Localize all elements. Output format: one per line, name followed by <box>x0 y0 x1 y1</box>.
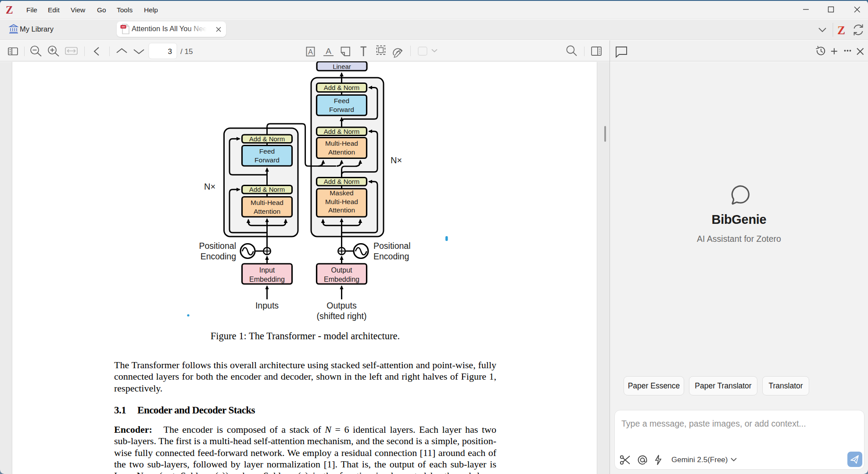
svg-text:Encoding: Encoding <box>373 251 409 261</box>
svg-text:Add & Norm: Add & Norm <box>249 135 285 143</box>
svg-text:Z: Z <box>837 24 845 37</box>
svg-text:Add & Norm: Add & Norm <box>324 84 360 91</box>
svg-text:Attention: Attention <box>254 208 280 215</box>
svg-text:N×: N× <box>204 182 215 191</box>
svg-text:Input: Input <box>259 266 275 274</box>
svg-text:(shifted right): (shifted right) <box>317 311 367 321</box>
svg-text:Forward: Forward <box>255 156 280 164</box>
svg-text:Inputs: Inputs <box>255 301 279 310</box>
svg-text:Add & Norm: Add & Norm <box>324 128 360 135</box>
svg-text:Multi-Head: Multi-Head <box>325 140 358 147</box>
svg-text:Embedding: Embedding <box>324 276 359 283</box>
svg-text:Positional: Positional <box>373 241 411 251</box>
svg-text:Attention: Attention <box>328 206 355 214</box>
svg-text:Add & Norm: Add & Norm <box>249 186 285 193</box>
svg-text:Positional: Positional <box>199 241 236 251</box>
svg-text:Add & Norm: Add & Norm <box>324 178 360 185</box>
svg-text:Multi-Head: Multi-Head <box>251 199 283 206</box>
svg-text:A: A <box>326 47 331 56</box>
svg-text:Linear: Linear <box>333 63 351 70</box>
svg-text:Feed: Feed <box>259 147 275 155</box>
svg-text:Masked: Masked <box>330 189 353 197</box>
svg-text:Multi-Head: Multi-Head <box>325 198 358 205</box>
svg-text:/ 15: / 15 <box>180 47 193 56</box>
svg-text:3: 3 <box>168 47 172 56</box>
svg-text:Feed: Feed <box>334 97 349 104</box>
svg-text:A: A <box>308 48 313 56</box>
svg-text:Output: Output <box>331 266 352 274</box>
svg-text:Attention: Attention <box>328 148 355 156</box>
svg-text:Outputs: Outputs <box>326 301 357 310</box>
svg-text:Embedding: Embedding <box>249 276 285 283</box>
svg-text:Forward: Forward <box>329 106 354 113</box>
svg-text:N×: N× <box>391 155 402 165</box>
svg-text:Encoding: Encoding <box>201 251 236 261</box>
